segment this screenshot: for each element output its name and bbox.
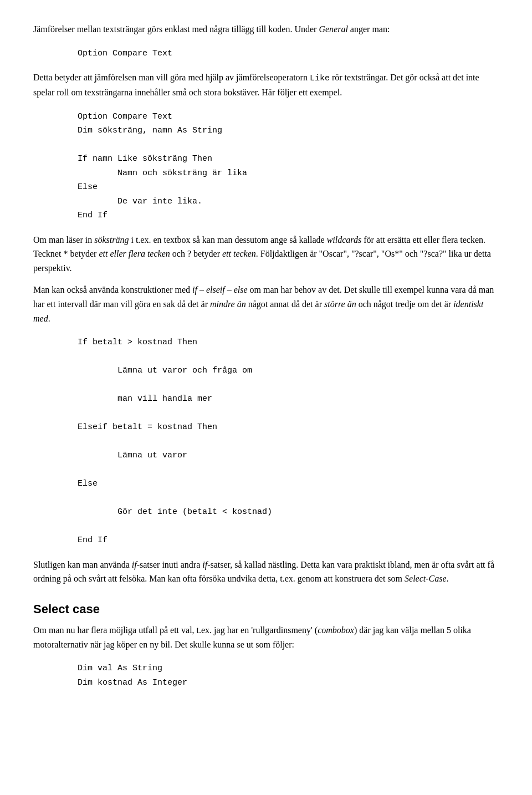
om-man-after3: och ? betyder	[170, 249, 222, 258]
code-block-3: If betalt > kostnad Then Lämna ut varor …	[78, 335, 499, 548]
else-italic: else	[234, 285, 248, 294]
om-man-after: i t.ex. en textbox så kan man dessutom a…	[129, 235, 326, 244]
wildcards-italic: wildcards	[327, 235, 362, 244]
if-italic: if	[192, 285, 197, 294]
code-block-4: Dim val As String Dim kostnad As Integer	[78, 661, 499, 690]
paragraph-man-kan: Man kan också använda konstruktioner med…	[33, 283, 499, 325]
man-after2: något annat då det är	[246, 299, 324, 309]
soksträng-italic: söksträng	[94, 235, 129, 244]
paragraph-slutligen: Slutligen kan man använda if-satser inut…	[33, 558, 499, 586]
p2-before: Detta betyder att jämförelsen man vill g…	[33, 73, 310, 82]
om-man-text: Om man läser in	[33, 235, 94, 244]
man-period: .	[48, 314, 50, 323]
general-italic: General	[319, 24, 347, 34]
page-content: Jämförelser mellan textsträngar görs enk…	[33, 22, 499, 690]
select-case-italic: Select-Case	[405, 574, 447, 583]
code-block-2: Option Compare Text Dim söksträng, namn …	[78, 110, 499, 223]
ett-tecken-italic: ett tecken	[222, 249, 256, 258]
storre-an-italic: större än	[324, 299, 356, 309]
select-text: Om man nu har flera möjliga utfall på et…	[33, 625, 318, 635]
slutligen-text: Slutligen kan man använda	[33, 560, 132, 569]
combobox-italic: combobox	[318, 625, 354, 635]
intro-text-before: Jämförelser mellan textsträngar görs enk…	[33, 24, 319, 34]
paragraph-om-man: Om man läser in söksträng i t.ex. en tex…	[33, 233, 499, 276]
satser-text: -satser inuti andra	[137, 560, 203, 569]
if-italic3: if	[202, 560, 207, 569]
like-code: Like	[310, 74, 330, 83]
if-italic2: if	[132, 560, 137, 569]
man-after3: och något tredje om det är	[356, 299, 454, 309]
elseif-italic: elseif	[206, 285, 225, 294]
code-block-1: Option Compare Text	[78, 47, 499, 61]
select-case-heading: Select case	[33, 599, 499, 619]
man-kan-before: Man kan också använda konstruktioner med	[33, 285, 192, 294]
paragraph-select: Om man nu har flera möjliga utfall på et…	[33, 623, 499, 651]
period: .	[447, 574, 449, 583]
paragraph-2: Detta betyder att jämförelsen man vill g…	[33, 70, 499, 100]
intro-text-after: anger man:	[348, 24, 390, 34]
ett-eller-italic: ett eller flera tecken	[99, 249, 170, 258]
intro-paragraph: Jämförelser mellan textsträngar görs enk…	[33, 22, 499, 37]
mindre-an-italic: mindre än	[210, 299, 246, 309]
